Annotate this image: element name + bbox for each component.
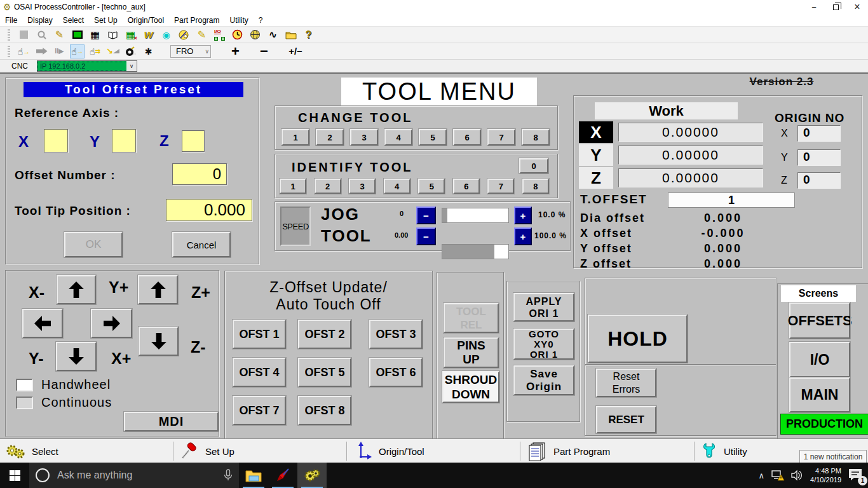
ofst-3-button[interactable]: OFST 3 [369,320,423,349]
identify-tool-3[interactable]: 3 [349,179,376,194]
jog-plus-button[interactable]: + [514,207,532,224]
clock-icon[interactable] [231,29,244,41]
menu-origin-tool[interactable]: Origin/Tool [123,15,169,26]
tool-speed-slider[interactable] [442,244,509,259]
tool-minus-button[interactable]: − [416,227,436,245]
forward-block-icon[interactable] [35,45,48,58]
jog-z-minus-button[interactable] [139,327,179,356]
tool-plus-button[interactable]: + [514,227,532,245]
change-tool-6[interactable]: 6 [453,129,481,146]
nav-setup[interactable]: Set Up [180,439,234,463]
jog-minus-button[interactable]: − [416,207,436,224]
minus-button[interactable]: − [257,45,271,58]
compass-icon[interactable] [124,45,137,58]
jog-x-minus-button[interactable] [22,309,63,338]
start-button[interactable] [0,463,29,488]
production-button[interactable]: PRODUCTION [780,414,868,435]
jog-z-plus-button[interactable] [138,275,178,304]
menu-file[interactable]: File [0,15,22,26]
table-icon[interactable]: ▦ [88,29,102,41]
glasses-icon[interactable]: W [142,29,155,41]
search-icon[interactable] [35,29,48,41]
change-tool-5[interactable]: 5 [419,129,447,146]
handwheel-checkbox[interactable] [16,379,33,391]
identify-tool-5[interactable]: 5 [418,179,445,194]
mdi-button[interactable]: MDI [124,412,219,431]
speed-button[interactable]: SPEED [280,207,311,246]
nav-origin-tool[interactable]: Origin/Tool [353,439,424,463]
return-icon[interactable]: ↘ [106,45,119,58]
menu-utility[interactable]: Utility [224,15,253,26]
offsets-screen-button[interactable]: OFFSETS [789,302,850,339]
ofst-4-button[interactable]: OFST 4 [233,358,286,387]
save-origin-button[interactable]: Save Origin [513,365,574,395]
book-icon[interactable] [106,29,119,41]
change-tool-2[interactable]: 2 [316,129,344,146]
taskbar-process-controller-app[interactable] [297,463,327,488]
tool-tip-position-input[interactable]: 0.000 [166,199,252,221]
help-icon[interactable]: ? [302,29,315,41]
close-button[interactable]: × [846,0,868,14]
gear-flower-icon[interactable]: ✱ [142,45,155,58]
jog-y-minus-button[interactable] [56,342,97,371]
menu-part-program[interactable]: Part Program [169,15,224,26]
ofst-5-button[interactable]: OFST 5 [298,358,351,387]
cancel-button[interactable]: Cancel [172,232,231,257]
change-tool-1[interactable]: 1 [281,129,309,146]
change-tool-7[interactable]: 7 [487,129,515,146]
action-center-button[interactable]: 1 [848,468,864,483]
taskbar-clock[interactable]: 4:48 PM 4/10/2019 [810,466,841,484]
menu-display[interactable]: Display [22,15,57,26]
minimize-button[interactable]: − [803,0,825,14]
reset-button[interactable]: RESET [596,406,656,433]
screen-icon[interactable] [71,29,84,41]
identify-tool-2[interactable]: 2 [315,179,341,194]
tool-rel-button[interactable]: TOOL REL [444,303,499,333]
ofst-1-button[interactable]: OFST 1 [233,320,286,349]
nav-utility[interactable]: Utility [701,439,747,463]
goto-xy0-ori-1-button[interactable]: GOTO XY0 ORI 1 [513,329,574,360]
axis-select-x[interactable]: X [579,121,613,143]
reset-errors-button[interactable]: Reset Errors [596,369,656,397]
hand-start-icon[interactable]: ☝→ [17,45,31,58]
folder-icon[interactable] [284,29,297,41]
hold-button[interactable]: HOLD [588,315,688,363]
change-tool-8[interactable]: 8 [522,129,550,146]
continuous-checkbox[interactable] [16,396,33,409]
network-warning-icon[interactable] [771,470,785,481]
apply-ori-1-button[interactable]: APPLY ORI 1 [513,293,574,322]
plus-button[interactable]: + [229,45,242,58]
tray-chevron-icon[interactable]: ∧ [759,471,765,480]
hand-jog-multi-icon[interactable]: ☝⇉ [88,45,102,58]
restore-button[interactable] [825,0,846,14]
nav-part-program[interactable]: Part Program [527,439,610,463]
menu-select[interactable]: Select [58,15,89,26]
identify-tool-7[interactable]: 7 [487,179,514,194]
pencil-icon[interactable]: ✎ [195,29,208,41]
identify-tool-4[interactable]: 4 [384,179,410,194]
change-tool-3[interactable]: 3 [350,129,378,146]
pins-up-button[interactable]: PINS UP [444,337,499,368]
eye-icon[interactable]: ◉ [159,29,173,41]
waveform-icon[interactable]: ∿ [266,29,280,41]
globe-icon[interactable] [248,29,262,41]
jog-x-plus-button[interactable] [91,309,132,338]
ofst-6-button[interactable]: OFST 6 [369,358,423,387]
ofst-7-button[interactable]: OFST 7 [233,396,286,425]
jog-y-plus-button[interactable] [57,275,96,304]
identify-tool-6[interactable]: 6 [453,179,480,194]
shroud-down-button[interactable]: SHROUD DOWN [442,371,499,403]
hand-jog-icon[interactable]: ☝→ [71,45,84,58]
fro-dropdown[interactable]: FRO∨ [170,45,211,58]
io-screen-button[interactable]: I/O [789,342,850,377]
taskbar-rocket-app[interactable] [268,463,297,488]
ofst-2-button[interactable]: OFST 2 [298,320,351,349]
identify-tool-0[interactable]: 0 [519,158,548,173]
jog-speed-slider[interactable] [442,208,509,223]
brush-icon[interactable]: ✎ [53,29,66,41]
io-icon[interactable]: I/O [213,29,226,41]
offset-number-input[interactable]: 0 [172,163,227,185]
cnc-connection-dropdown[interactable]: IP 192.168.0.2 ∨ [37,60,137,72]
identify-tool-1[interactable]: 1 [280,179,306,194]
axis-select-y[interactable]: Y [579,144,613,166]
